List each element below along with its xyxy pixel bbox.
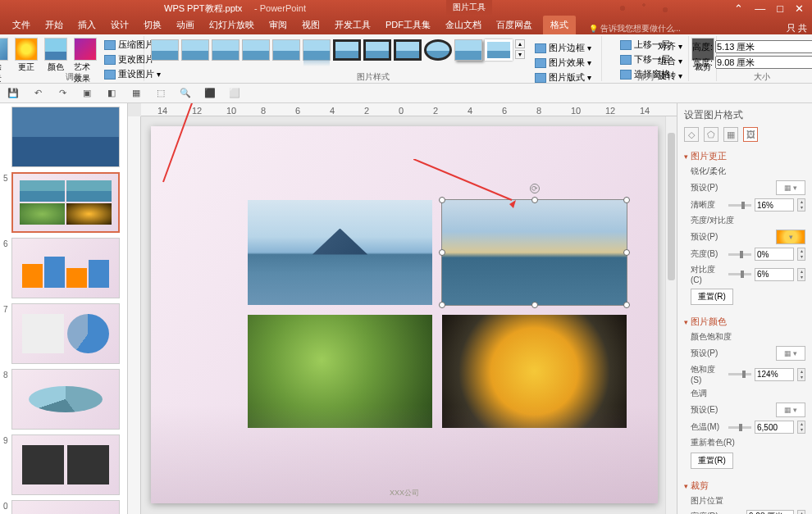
thumbnail[interactable]: 8 bbox=[3, 369, 124, 430]
tab-pdf[interactable]: PDF工具集 bbox=[378, 16, 438, 34]
spinner[interactable]: ▴▾ bbox=[797, 368, 805, 381]
reset-button[interactable]: 重置(R) bbox=[691, 289, 733, 305]
section-header[interactable]: 裁剪 bbox=[684, 478, 805, 494]
tab-jinshan[interactable]: 金山文档 bbox=[438, 16, 489, 34]
style-preset[interactable] bbox=[394, 39, 422, 61]
ribbon-options-icon[interactable]: ⌃ bbox=[734, 2, 743, 15]
saturation-input[interactable] bbox=[755, 368, 794, 381]
section-header[interactable]: 图片颜色 bbox=[684, 314, 805, 330]
style-preset[interactable] bbox=[424, 39, 452, 61]
rotation-handle[interactable]: ⟳ bbox=[530, 184, 540, 193]
tab-animations[interactable]: 动画 bbox=[169, 16, 202, 34]
slide-canvas[interactable]: ⟳ XXX公司 bbox=[151, 126, 658, 503]
thumbnail[interactable]: 9 bbox=[3, 434, 124, 495]
minimize-button[interactable]: — bbox=[755, 2, 765, 15]
thumbnail[interactable]: 7 bbox=[3, 303, 124, 364]
close-button[interactable]: ✕ bbox=[795, 2, 804, 15]
brightness-input[interactable] bbox=[755, 248, 794, 261]
style-preset[interactable] bbox=[333, 39, 361, 61]
height-field[interactable]: 高度: bbox=[690, 39, 812, 54]
image-leaves[interactable] bbox=[248, 315, 432, 428]
preset-dropdown[interactable]: ▦ ▾ bbox=[776, 180, 805, 195]
temperature-input[interactable] bbox=[755, 421, 794, 434]
tab-design[interactable]: 设计 bbox=[103, 16, 136, 34]
spinner[interactable]: ▴▾ bbox=[797, 268, 805, 281]
picture-effects-button[interactable]: 图片效果 ▾ bbox=[532, 56, 594, 70]
resize-handle[interactable] bbox=[623, 249, 630, 256]
preset-dropdown[interactable]: ▦ ▾ bbox=[776, 403, 805, 417]
redo-icon[interactable]: ↷ bbox=[56, 87, 69, 100]
slideshow-icon[interactable]: ▣ bbox=[80, 87, 94, 100]
vertical-scrollbar[interactable] bbox=[665, 116, 677, 514]
contrast-input[interactable] bbox=[755, 268, 794, 281]
tab-format[interactable]: 格式 bbox=[543, 16, 576, 34]
user-share[interactable]: 只 共 bbox=[787, 22, 807, 34]
tab-view[interactable]: 视图 bbox=[294, 16, 327, 34]
temperature-slider[interactable] bbox=[728, 426, 751, 429]
style-preset[interactable] bbox=[454, 39, 482, 61]
size-icon[interactable]: ▦ bbox=[723, 127, 738, 142]
sharpness-input[interactable] bbox=[755, 198, 794, 212]
tab-slideshow[interactable]: 幻灯片放映 bbox=[202, 16, 262, 34]
saturation-slider[interactable] bbox=[728, 373, 751, 375]
undo-icon[interactable]: ↶ bbox=[31, 87, 44, 100]
crop-width-input[interactable] bbox=[746, 510, 794, 514]
resize-handle[interactable] bbox=[531, 302, 538, 308]
style-preset[interactable] bbox=[363, 39, 391, 61]
contrast-slider[interactable] bbox=[728, 273, 751, 275]
style-preset[interactable] bbox=[181, 39, 209, 61]
tab-review[interactable]: 审阅 bbox=[262, 16, 294, 34]
thumbnail[interactable]: 6 bbox=[3, 238, 124, 298]
maximize-button[interactable]: □ bbox=[777, 2, 783, 15]
style-preset[interactable] bbox=[151, 39, 179, 61]
style-preset[interactable] bbox=[303, 39, 331, 61]
image-lake-selected[interactable]: ⟳ bbox=[442, 200, 627, 305]
section-header[interactable]: 图片更正 bbox=[684, 148, 805, 164]
gallery-more-icon[interactable]: ▾ bbox=[515, 50, 525, 59]
resize-handle[interactable] bbox=[531, 197, 538, 203]
group-button[interactable]: 组合▾ bbox=[655, 54, 685, 68]
image-maple[interactable] bbox=[442, 315, 627, 428]
spinner[interactable]: ▴▾ bbox=[797, 248, 805, 261]
picture-icon[interactable]: 🖼 bbox=[743, 127, 758, 142]
tab-insert[interactable]: 插入 bbox=[71, 16, 103, 34]
reset-button[interactable]: 重置(R) bbox=[691, 453, 733, 469]
resize-handle[interactable] bbox=[623, 197, 630, 203]
style-preset[interactable] bbox=[212, 39, 239, 61]
tab-baidu[interactable]: 百度网盘 bbox=[489, 16, 540, 34]
resize-handle[interactable] bbox=[439, 197, 445, 203]
resize-handle[interactable] bbox=[439, 249, 445, 256]
resize-handle[interactable] bbox=[439, 302, 445, 308]
tab-developer[interactable]: 开发工具 bbox=[327, 16, 378, 34]
preset-dropdown[interactable]: ▦ ▾ bbox=[776, 346, 805, 361]
brightness-slider[interactable] bbox=[728, 253, 751, 256]
slide-thumbnails[interactable]: 5 6 7 8 9 0 bbox=[0, 103, 128, 514]
tab-file[interactable]: 文件 bbox=[5, 16, 38, 34]
image-mountain[interactable] bbox=[248, 200, 432, 305]
spinner[interactable]: ▴▾ bbox=[797, 198, 805, 212]
picture-border-button[interactable]: 图片边框 ▾ bbox=[532, 41, 594, 55]
qat-icon[interactable]: ◧ bbox=[105, 87, 118, 100]
fill-icon[interactable]: ◇ bbox=[684, 127, 699, 142]
preset-dropdown[interactable]: ▾ bbox=[776, 230, 805, 244]
style-preset[interactable] bbox=[272, 39, 300, 61]
thumbnail-selected[interactable]: 5 bbox=[3, 172, 124, 233]
thumbnail[interactable]: 0 bbox=[3, 500, 124, 514]
width-field[interactable]: 宽度: bbox=[690, 55, 812, 70]
align-button[interactable]: 对齐▾ bbox=[655, 39, 685, 53]
gallery-up-icon[interactable]: ▴ bbox=[515, 39, 525, 48]
save-icon[interactable]: 💾 bbox=[7, 87, 20, 100]
effects-icon[interactable]: ⬠ bbox=[704, 127, 718, 142]
tab-home[interactable]: 开始 bbox=[38, 16, 71, 34]
style-preset[interactable] bbox=[485, 39, 513, 61]
sharpness-slider[interactable] bbox=[728, 204, 751, 207]
spinner[interactable]: ▴▾ bbox=[797, 421, 805, 434]
tab-transitions[interactable]: 切换 bbox=[136, 16, 169, 34]
resize-handle[interactable] bbox=[623, 302, 630, 308]
spinner[interactable]: ▴▾ bbox=[797, 510, 805, 514]
style-preset[interactable] bbox=[242, 39, 270, 61]
tell-me-search[interactable]: 告诉我您想要做什么... bbox=[589, 23, 681, 34]
qat-icon[interactable]: ▦ bbox=[130, 87, 143, 100]
workspace: 5 6 7 8 9 0 141210864202468101214 ⟳ bbox=[0, 103, 812, 514]
thumbnail[interactable] bbox=[3, 107, 124, 167]
